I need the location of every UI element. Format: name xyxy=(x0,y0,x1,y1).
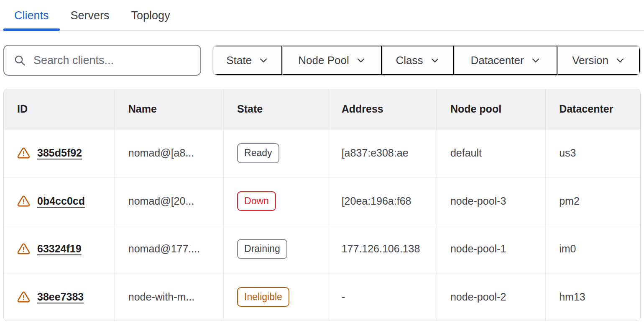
client-name: node-with-m... xyxy=(115,273,223,321)
client-id-link[interactable]: 0b4cc0cd xyxy=(37,195,85,207)
tab-clients[interactable]: Clients xyxy=(3,0,60,30)
warning-icon xyxy=(17,290,30,303)
filter-state-label: State xyxy=(226,54,252,67)
chevron-down-icon xyxy=(430,55,440,65)
filter-node-pool-label: Node Pool xyxy=(298,54,349,67)
filter-class[interactable]: Class xyxy=(382,46,454,75)
client-datacenter: pm2 xyxy=(545,177,640,225)
filter-datacenter-label: Datacenter xyxy=(470,54,524,67)
filter-datacenter[interactable]: Datacenter xyxy=(454,46,557,75)
tab-servers[interactable]: Servers xyxy=(60,0,120,30)
client-id-link[interactable]: 38ee7383 xyxy=(37,291,84,303)
column-header-name: Name xyxy=(115,89,223,129)
client-node-pool: node-pool-2 xyxy=(437,273,545,321)
client-name: nomad@177.... xyxy=(115,225,223,273)
warning-icon xyxy=(17,195,30,208)
search-icon xyxy=(13,54,26,67)
column-header-state: State xyxy=(223,89,328,129)
search-input[interactable] xyxy=(33,54,191,67)
filter-node-pool[interactable]: Node Pool xyxy=(282,46,382,75)
filter-version-label: Version xyxy=(572,54,608,67)
client-address: - xyxy=(328,273,437,321)
filter-version[interactable]: Version xyxy=(557,46,640,75)
client-address: 177.126.106.138 xyxy=(328,225,437,273)
toolbar: State Node Pool Class Datacenter Version xyxy=(3,45,641,76)
chevron-down-icon xyxy=(615,55,625,65)
search-clients-box[interactable] xyxy=(3,45,201,76)
state-badge: Draining xyxy=(237,239,287,259)
tab-topology-label: Toplogy xyxy=(131,9,170,22)
client-node-pool: default xyxy=(437,129,545,177)
chevron-down-icon xyxy=(356,55,366,65)
chevron-down-icon xyxy=(531,55,541,65)
state-badge: Ineligible xyxy=(237,287,289,307)
client-id-link[interactable]: 63324f19 xyxy=(37,243,82,255)
client-address: [20ea:196a:f68 xyxy=(328,177,437,225)
client-node-pool: node-pool-3 xyxy=(437,177,545,225)
client-datacenter: im0 xyxy=(545,225,640,273)
tab-bar: Clients Servers Toplogy xyxy=(0,0,644,31)
filter-group: State Node Pool Class Datacenter Version xyxy=(212,45,641,76)
table-header-row: ID Name State Address Node pool Datacent… xyxy=(4,89,640,129)
state-badge: Down xyxy=(237,191,276,211)
tab-clients-label: Clients xyxy=(14,9,49,22)
table-row: 63324f19 nomad@177.... Draining 177.126.… xyxy=(4,225,640,273)
state-badge: Ready xyxy=(237,143,279,163)
client-name: nomad@[a8... xyxy=(115,129,223,177)
column-header-datacenter: Datacenter xyxy=(545,89,640,129)
tab-servers-label: Servers xyxy=(71,9,110,22)
table-row: 385d5f92 nomad@[a8... Ready [a837:e308:a… xyxy=(4,129,640,177)
column-header-node-pool: Node pool xyxy=(437,89,545,129)
client-name: nomad@[20... xyxy=(115,177,223,225)
column-header-id: ID xyxy=(4,89,115,129)
client-address: [a837:e308:ae xyxy=(328,129,437,177)
column-header-address: Address xyxy=(328,89,437,129)
client-datacenter: hm13 xyxy=(545,273,640,321)
warning-icon xyxy=(17,242,30,255)
warning-icon xyxy=(17,146,30,159)
filter-state[interactable]: State xyxy=(213,46,282,75)
clients-page: Clients Servers Toplogy State Node Pool xyxy=(0,0,644,334)
filter-class-label: Class xyxy=(396,54,423,67)
client-id-link[interactable]: 385d5f92 xyxy=(37,147,82,159)
client-node-pool: node-pool-1 xyxy=(437,225,545,273)
clients-table: ID Name State Address Node pool Datacent… xyxy=(3,89,641,321)
chevron-down-icon xyxy=(258,55,268,65)
table-row: 38ee7383 node-with-m... Ineligible - nod… xyxy=(4,273,640,321)
client-datacenter: us3 xyxy=(545,129,640,177)
tab-topology[interactable]: Toplogy xyxy=(120,0,181,30)
table-row: 0b4cc0cd nomad@[20... Down [20ea:196a:f6… xyxy=(4,177,640,225)
